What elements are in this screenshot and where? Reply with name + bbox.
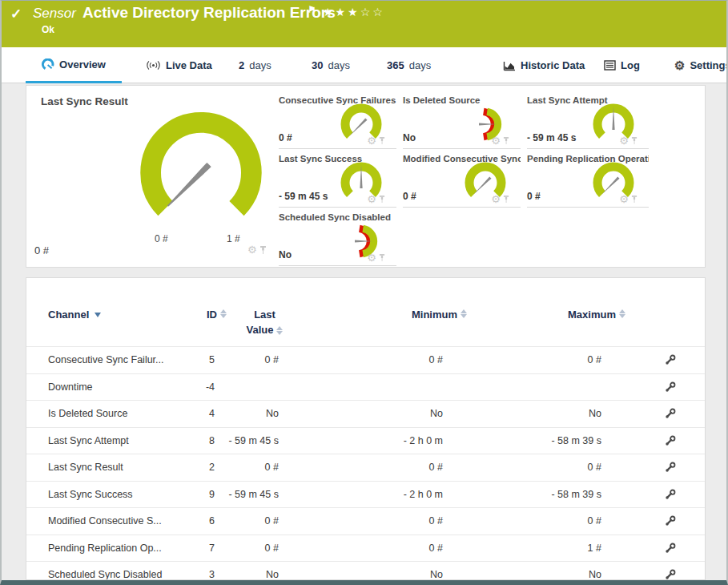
sort-icon <box>220 309 227 318</box>
tab-historic-data[interactable]: Historic Data <box>500 47 588 83</box>
tab-log[interactable]: Log <box>601 47 643 83</box>
gear-icon[interactable]: ⚙ <box>491 135 501 146</box>
flag-icon[interactable]: ⚑ <box>308 4 316 15</box>
cell-channel: Modified Consecutive S... <box>26 515 167 526</box>
channel-gauge-value: 0 # <box>279 132 292 143</box>
cell-minimum: 0 # <box>303 515 467 526</box>
page-title: Active Directory Replication Errors <box>82 4 336 22</box>
cell-last-value: No <box>227 569 303 580</box>
object-kind-label: Sensor <box>33 6 76 22</box>
channel-gauge-card: Pending Replication Operatio... 0 # ⚙ <box>527 149 649 208</box>
channel-edit-icon[interactable] <box>665 435 676 446</box>
pin-icon[interactable] <box>503 136 509 145</box>
cell-minimum: No <box>303 408 467 419</box>
tab-30-days[interactable]: 30 days <box>308 47 353 83</box>
table-row[interactable]: Last Sync Result 2 0 # 0 # 0 # <box>26 454 705 481</box>
cell-last-value: - 59 m 45 s <box>227 435 303 446</box>
column-header-maximum[interactable]: Maximum <box>467 309 625 321</box>
gear-icon[interactable]: ⚙ <box>491 194 501 204</box>
cell-last-value: 0 # <box>227 543 303 554</box>
mini-gauges-grid: Consecutive Sync Failures 0 # ⚙ Is Delet… <box>279 91 703 266</box>
table-row[interactable]: Is Deleted Source 4 No No No <box>26 400 705 427</box>
gear-icon[interactable]: ⚙ <box>367 194 376 204</box>
cell-minimum: 0 # <box>303 354 467 365</box>
channel-edit-icon[interactable] <box>665 515 676 526</box>
broadcast-icon <box>146 60 161 71</box>
pin-icon[interactable] <box>379 136 385 145</box>
cell-minimum: 0 # <box>303 462 467 473</box>
column-header-minimum[interactable]: Minimum <box>303 309 467 321</box>
pin-icon[interactable] <box>631 195 638 204</box>
channel-edit-icon[interactable] <box>665 489 676 500</box>
channel-edit-icon[interactable] <box>665 543 676 554</box>
cell-channel: Is Deleted Source <box>26 408 167 419</box>
cell-id: -4 <box>167 381 227 393</box>
rating-stars[interactable]: ★★★☆☆ <box>323 6 385 18</box>
channel-edit-icon[interactable] <box>665 462 676 473</box>
table-row[interactable]: Consecutive Sync Failur... 5 0 # 0 # 0 # <box>26 346 705 373</box>
tab-overview[interactable]: Overview <box>26 47 122 83</box>
pin-icon[interactable] <box>259 245 267 255</box>
gear-icon[interactable]: ⚙ <box>367 135 376 146</box>
pin-icon[interactable] <box>379 195 385 204</box>
cell-channel: Consecutive Sync Failur... <box>26 354 167 365</box>
status-badge: Ok <box>42 24 54 35</box>
table-row[interactable]: Last Sync Success 9 - 59 m 45 s - 2 h 0 … <box>26 481 705 508</box>
table-row[interactable]: Scheduled Sync Disabled 3 No No No <box>26 561 705 580</box>
channel-edit-icon[interactable] <box>665 408 676 419</box>
cell-last-value: 0 # <box>227 462 303 473</box>
gear-icon: ⚙ <box>674 59 685 71</box>
cell-last-value: No <box>227 408 303 419</box>
cell-id: 2 <box>167 462 227 473</box>
channel-gauge-card: Is Deleted Source No ⚙ <box>403 91 521 149</box>
gear-icon[interactable]: ⚙ <box>619 135 629 146</box>
cell-minimum: 0 # <box>303 543 467 554</box>
channel-gauge-card: Last Sync Success - 59 m 45 s ⚙ <box>279 149 396 208</box>
cell-id: 6 <box>167 515 227 526</box>
tab-2-days[interactable]: 2 days <box>235 47 275 83</box>
sensor-header: ✓ Sensor Active Directory Replication Er… <box>2 1 726 47</box>
column-header-last-value[interactable]: Last Value <box>227 309 303 336</box>
cell-channel: Last Sync Success <box>26 489 167 500</box>
gauges-overview-panel: Last Sync Result 0 # 1 # 0 # ⚙ Consecuti… <box>26 85 706 268</box>
tab-live-data[interactable]: Live Data <box>143 47 215 83</box>
status-ok-check-icon: ✓ <box>10 6 22 22</box>
cell-id: 4 <box>167 408 227 419</box>
cell-channel: Last Sync Attempt <box>26 435 167 446</box>
pin-icon[interactable] <box>631 136 638 145</box>
cell-maximum: 1 # <box>467 543 625 554</box>
primary-channel-gauge-card: Last Sync Result 0 # 1 # 0 # ⚙ <box>26 86 279 267</box>
sort-icon <box>461 309 467 318</box>
primary-gauge-title: Last Sync Result <box>41 95 128 107</box>
channel-gauge-card: Last Sync Attempt - 59 m 45 s ⚙ <box>527 91 649 149</box>
channel-gauge-value: No <box>403 132 416 143</box>
log-list-icon <box>604 60 616 71</box>
tab-365-days[interactable]: 365 days <box>384 47 434 83</box>
channel-edit-icon[interactable] <box>665 381 676 393</box>
primary-gauge-value: 0 # <box>34 244 49 256</box>
column-header-id[interactable]: ID <box>167 309 227 321</box>
cell-channel: Downtime <box>26 381 167 393</box>
column-header-channel[interactable]: Channel <box>26 309 167 321</box>
channel-edit-icon[interactable] <box>665 354 676 365</box>
gear-icon[interactable]: ⚙ <box>619 194 629 204</box>
gauge-scale-max-label: 1 # <box>227 233 240 244</box>
gear-icon[interactable]: ⚙ <box>247 244 257 255</box>
gear-icon[interactable]: ⚙ <box>367 252 376 263</box>
table-row[interactable]: Modified Consecutive S... 6 0 # 0 # 0 # <box>26 507 705 535</box>
table-row[interactable]: Downtime -4 <box>26 373 705 401</box>
channel-gauge-value: 0 # <box>403 191 416 202</box>
pin-icon[interactable] <box>503 195 509 204</box>
cell-minimum: - 2 h 0 m <box>303 489 467 500</box>
cell-id: 9 <box>167 489 227 500</box>
table-row[interactable]: Last Sync Attempt 8 - 59 m 45 s - 2 h 0 … <box>26 427 705 454</box>
tab-settings[interactable]: ⚙ Settings <box>671 47 728 83</box>
primary-gauge <box>121 95 281 236</box>
channel-edit-icon[interactable] <box>665 569 676 580</box>
table-row[interactable]: Pending Replication Op... 7 0 # 0 # 1 # <box>26 535 705 562</box>
cell-id: 8 <box>167 435 227 446</box>
tab-bar: Overview Live Data 2 days 30 days 365 da… <box>2 47 726 83</box>
pin-icon[interactable] <box>379 253 385 262</box>
cell-channel: Last Sync Result <box>26 462 167 473</box>
table-header-row: Channel ID Last Value Minimum Maximum <box>26 278 705 346</box>
